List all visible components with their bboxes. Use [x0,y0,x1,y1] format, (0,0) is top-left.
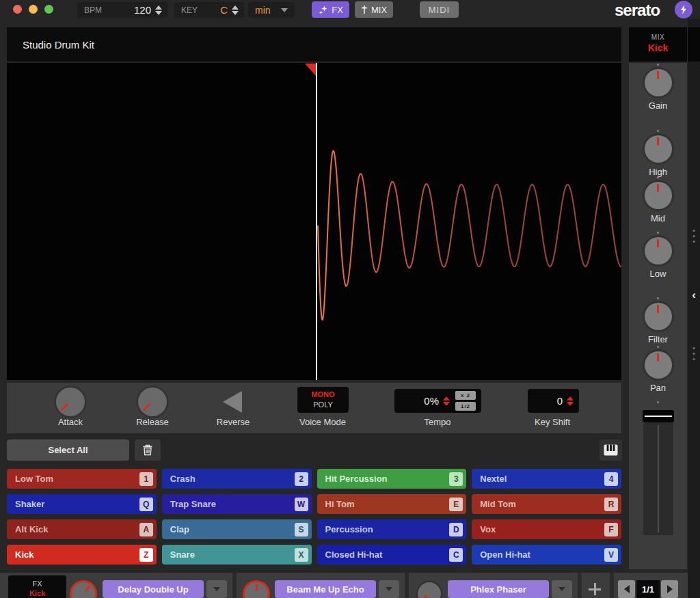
tempo-control[interactable]: 0% x 2 1/2 [394,389,481,413]
pan-knob[interactable] [645,351,672,379]
pad-key-badge: Q [139,498,153,511]
low-eq-knob[interactable] [645,237,672,264]
pad-trap-snare[interactable]: Trap SnareW [162,494,312,514]
fx-slot-1-knob[interactable] [72,582,95,598]
playhead-line[interactable] [316,63,317,380]
knob-tick [657,176,659,178]
pad-closed-hi-hat[interactable]: Closed Hi-hatC [317,545,467,565]
fx-slot-1-dropdown[interactable] [206,580,227,598]
pad-mid-tom[interactable]: Mid TomR [472,494,621,514]
drag-handle-dots[interactable] [693,347,695,360]
pad-clap[interactable]: ClapS [162,519,312,539]
pad-key-badge: 4 [604,472,618,486]
voice-mode-label: Voice Mode [299,417,346,427]
key-value[interactable]: C [220,4,228,16]
pad-label: Kick [15,549,33,560]
key-shift-control[interactable]: 0 [528,389,579,413]
serato-bolt-badge [675,1,692,18]
pad-key-badge: W [295,498,308,511]
tempo-half-button[interactable]: 1/2 [455,402,476,411]
waveform-plot [7,63,621,380]
fx-slot-1-button[interactable]: Delay Double Up [103,580,204,598]
pad-snare[interactable]: SnareX [162,545,312,565]
key-scale-dropdown[interactable]: min [248,2,295,18]
pad-key-badge: 1 [139,472,153,486]
select-all-button[interactable]: Select All [7,439,129,461]
drag-handle-dots[interactable] [693,230,695,243]
filter-knob[interactable] [645,303,672,330]
add-fx-button[interactable] [585,580,604,598]
pad-crash[interactable]: Crash2 [162,469,312,489]
pad-open-hi-hat[interactable]: Open Hi-hatV [472,545,621,565]
fx-slot-2-dropdown[interactable] [379,580,399,598]
pad-hi-tom[interactable]: Hi TomE [317,494,467,514]
bpm-control[interactable]: BPM 120 [77,2,167,18]
voice-mode-mono[interactable]: MONO [297,390,349,398]
pad-key-badge: Z [139,548,153,562]
fx-toggle-button[interactable]: FX [312,1,349,18]
mid-eq-knob[interactable] [645,182,672,209]
pan-label: Pan [650,383,666,393]
high-eq-knob[interactable] [645,135,672,163]
pad-key-badge: X [295,548,308,562]
fx-slot-2-knob[interactable] [245,582,268,598]
midi-button[interactable]: MIDI [420,1,459,18]
key-shift-stepper[interactable] [567,396,574,406]
bpm-stepper[interactable] [155,5,162,15]
fx-page-next-button[interactable] [661,580,678,598]
reverse-button[interactable] [223,391,242,413]
mid-label: Mid [651,213,665,223]
fx-page-prev-button[interactable] [618,580,635,598]
channel-fader[interactable] [629,401,687,535]
release-knob[interactable] [138,388,167,416]
tempo-double-button[interactable]: x 2 [455,391,476,400]
attack-knob[interactable] [56,388,85,416]
tempo-value[interactable]: 0% [400,395,439,407]
tempo-stepper[interactable] [443,396,450,406]
fx-slot-3-button[interactable]: Phlex Phaser [448,580,549,598]
voice-mode-poly[interactable]: POLY [297,400,349,409]
voice-mode-toggle[interactable]: MONO POLY [297,387,349,413]
waveform-display[interactable] [7,63,621,380]
start-marker-flag[interactable] [305,64,317,77]
fx-slot-2-button[interactable]: Beam Me Up Echo [275,580,376,598]
top-bar: BPM 120 KEY C min FX MIX MIDI serato [0,0,700,19]
knob-tick [657,130,659,132]
pad-alt-kick[interactable]: Alt KickA [7,519,157,539]
pad-grid: Low Tom1Crash2Hit Percussion3Nextel4Shak… [7,469,621,565]
pad-label: Mid Tom [480,499,515,509]
fader-tick [657,401,659,403]
pad-low-tom[interactable]: Low Tom1 [7,469,157,489]
collapse-panel-chevron-icon[interactable]: ‹ [689,288,699,302]
midi-button-label: MIDI [429,5,450,15]
minimize-window-button[interactable] [29,5,38,14]
key-scale-value: min [255,5,271,16]
pad-shaker[interactable]: ShakerQ [7,494,157,514]
pad-percussion[interactable]: PercussionD [317,519,467,539]
pad-key-badge: E [449,498,463,511]
fader-handle[interactable] [643,410,674,422]
gain-knob[interactable] [645,69,672,96]
tempo-label: Tempo [424,417,450,427]
pad-label: Hi Tom [325,499,355,509]
bpm-value[interactable]: 120 [134,4,151,16]
knob-tick [657,232,659,234]
key-stepper[interactable] [232,5,239,15]
pad-kick[interactable]: KickZ [7,545,157,565]
key-control[interactable]: KEY C [174,2,244,18]
trash-icon [142,444,153,456]
piano-mode-button[interactable] [600,439,622,461]
fx-unit-header: FX Kick [8,575,66,598]
pad-vox[interactable]: VoxF [472,519,621,539]
delete-sample-button[interactable] [135,439,161,461]
pad-nextel[interactable]: Nextel4 [472,469,621,489]
fx-slot-3-dropdown[interactable] [552,580,572,598]
chevron-left-icon [624,585,630,593]
maximize-window-button[interactable] [44,5,53,14]
fx-slot-3-knob[interactable] [418,582,441,598]
close-window-button[interactable] [13,5,22,14]
mix-toggle-button[interactable]: MIX [355,1,393,18]
pad-hit-percussion[interactable]: Hit Percussion3 [317,469,467,489]
key-shift-value[interactable]: 0 [533,395,563,407]
fader-track[interactable] [643,422,673,535]
